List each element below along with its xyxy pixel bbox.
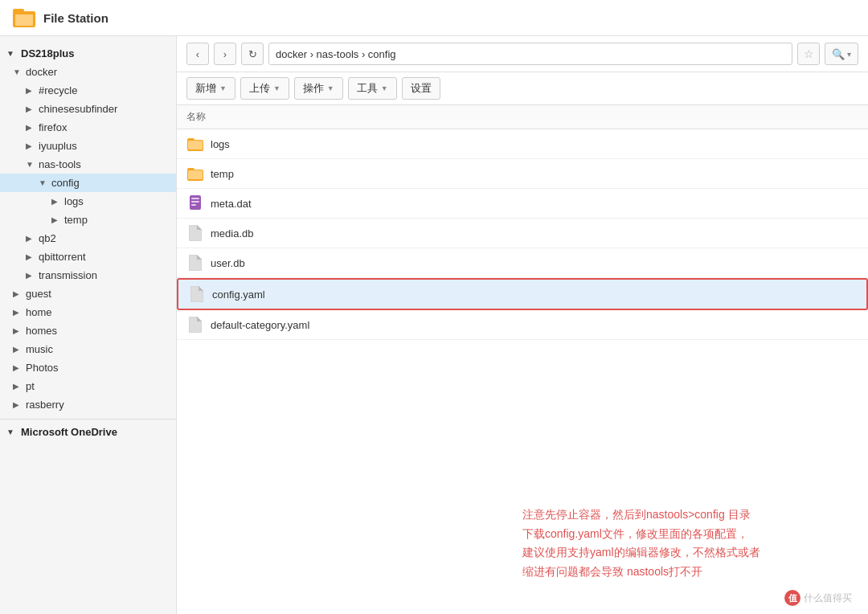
file-row-defaultcategory[interactable]: default-category.yaml (177, 310, 868, 340)
refresh-icon: ↻ (248, 48, 257, 60)
name-column-header: 名称 (186, 111, 206, 122)
sidebar-item-qb2[interactable]: ▶ qb2 (0, 229, 176, 248)
firefox-arrow: ▶ (26, 123, 39, 132)
svg-rect-5 (188, 141, 203, 149)
configyaml-name: config.yaml (212, 289, 265, 301)
file-row-mediadb[interactable]: media.db (177, 219, 868, 248)
tools-dropdown-icon: ▼ (381, 84, 388, 92)
logs-arrow: ▶ (51, 197, 64, 206)
metadat-icon (186, 194, 204, 212)
defaultcategory-name: default-category.yaml (211, 319, 309, 331)
upload-dropdown-icon: ▼ (273, 84, 280, 92)
sidebar-item-iyuuplus[interactable]: ▶ iyuuplus (0, 137, 176, 155)
toolbar: ‹ › ↻ docker › nas-tools › config ☆ 🔍 ▾ (177, 36, 868, 72)
file-row-metadat[interactable]: meta.dat (177, 189, 868, 219)
config-arrow: ▼ (39, 178, 51, 187)
path-bar[interactable]: docker › nas-tools › config (268, 43, 792, 65)
onedrive-arrow: ▼ (6, 428, 19, 436)
star-icon: ☆ (804, 47, 814, 60)
sidebar-item-chinesesubfinder[interactable]: ▶ chinesesubfinder (0, 100, 176, 118)
svg-rect-12 (191, 204, 196, 206)
sidebar-item-home[interactable]: ▶ home (0, 303, 176, 321)
sidebar-item-rasberry[interactable]: ▶ rasberry (0, 395, 176, 414)
nastools-label: nas-tools (39, 158, 81, 170)
settings-button[interactable]: 设置 (402, 77, 440, 100)
sidebar-item-guest[interactable]: ▶ guest (0, 284, 176, 303)
new-dropdown-icon: ▼ (219, 84, 227, 92)
guest-arrow: ▶ (13, 289, 26, 298)
star-button[interactable]: ☆ (797, 43, 820, 65)
mediadb-icon (186, 224, 204, 242)
configyaml-icon (188, 285, 206, 303)
file-row-temp[interactable]: temp (177, 159, 868, 189)
photos-label: Photos (26, 362, 58, 374)
photos-arrow: ▶ (13, 363, 26, 372)
recycle-label: #recycle (39, 84, 77, 96)
firefox-label: firefox (39, 121, 67, 133)
svg-rect-2 (15, 14, 33, 26)
qb2-arrow: ▶ (26, 234, 39, 243)
music-label: music (26, 343, 53, 355)
sidebar-item-photos[interactable]: ▶ Photos (0, 358, 176, 377)
svg-rect-11 (191, 201, 199, 203)
file-list: 名称 logs temp meta.dat (177, 105, 868, 614)
recycle-arrow: ▶ (26, 86, 39, 95)
sidebar-item-firefox[interactable]: ▶ firefox (0, 118, 176, 137)
upload-label: 上传 (249, 81, 270, 96)
svg-rect-1 (13, 9, 24, 13)
csf-arrow: ▶ (26, 104, 39, 113)
rasberry-label: rasberry (26, 399, 64, 411)
search-button[interactable]: 🔍 ▾ (825, 43, 858, 65)
sidebar-root[interactable]: ▼ DS218plus (0, 43, 176, 63)
search-icon: 🔍 (832, 48, 845, 60)
rasberry-arrow: ▶ (13, 400, 26, 409)
forward-button[interactable]: › (214, 43, 236, 65)
sidebar-item-logs-sub[interactable]: ▶ logs (0, 192, 176, 211)
tools-button[interactable]: 工具 ▼ (348, 77, 397, 100)
tools-label: 工具 (357, 81, 378, 96)
iyuuplus-arrow: ▶ (26, 141, 39, 150)
sidebar-item-transmission[interactable]: ▶ transmission (0, 266, 176, 284)
homes-arrow: ▶ (13, 326, 26, 335)
operate-button[interactable]: 操作 ▼ (294, 77, 343, 100)
root-label: DS218plus (21, 47, 74, 59)
sidebar-item-homes[interactable]: ▶ homes (0, 321, 176, 340)
logs-sub-label: logs (64, 195, 84, 207)
settings-label: 设置 (411, 81, 432, 96)
sidebar-item-nastools[interactable]: ▼ nas-tools (0, 155, 176, 174)
new-label: 新增 (195, 81, 216, 96)
action-bar: 新增 ▼ 上传 ▼ 操作 ▼ 工具 ▼ 设置 (177, 72, 868, 105)
pt-label: pt (26, 380, 35, 392)
sidebar-item-qbittorrent[interactable]: ▶ qbittorrent (0, 248, 176, 266)
logs-folder-icon (186, 135, 204, 153)
file-list-header: 名称 (177, 105, 868, 129)
back-button[interactable]: ‹ (186, 43, 209, 65)
new-button[interactable]: 新增 ▼ (186, 77, 235, 100)
sidebar-onedrive[interactable]: ▼ Microsoft OneDrive (0, 419, 176, 441)
home-label: home (26, 306, 52, 318)
config-label: config (51, 177, 80, 189)
qbt-label: qbittorrent (39, 251, 86, 263)
sidebar-item-pt[interactable]: ▶ pt (0, 377, 176, 395)
callout-content: 注意先停止容器，然后到nastools>config 目录 下载config.y… (522, 508, 760, 578)
music-arrow: ▶ (13, 345, 26, 354)
file-row-userdb[interactable]: user.db (177, 248, 868, 278)
upload-button[interactable]: 上传 ▼ (240, 77, 289, 100)
refresh-button[interactable]: ↻ (241, 43, 264, 65)
watermark: 值 什么值得买 (784, 590, 852, 606)
forward-icon: › (223, 48, 227, 60)
pt-arrow: ▶ (13, 382, 26, 391)
defaultcategory-icon (186, 316, 204, 334)
app-title: File Station (43, 11, 108, 25)
csf-label: chinesesubfinder (39, 103, 117, 115)
sidebar-item-config[interactable]: ▼ config (0, 174, 176, 192)
sidebar-item-temp-sub[interactable]: ▶ temp (0, 211, 176, 229)
home-arrow: ▶ (13, 308, 26, 317)
temp-arrow: ▶ (51, 215, 64, 224)
sidebar-item-music[interactable]: ▶ music (0, 340, 176, 358)
file-row-logs[interactable]: logs (177, 129, 868, 159)
guest-label: guest (26, 288, 51, 300)
sidebar-item-recycle[interactable]: ▶ #recycle (0, 81, 176, 100)
file-row-configyaml[interactable]: config.yaml (177, 278, 868, 310)
sidebar-item-docker[interactable]: ▼ docker (0, 63, 176, 81)
